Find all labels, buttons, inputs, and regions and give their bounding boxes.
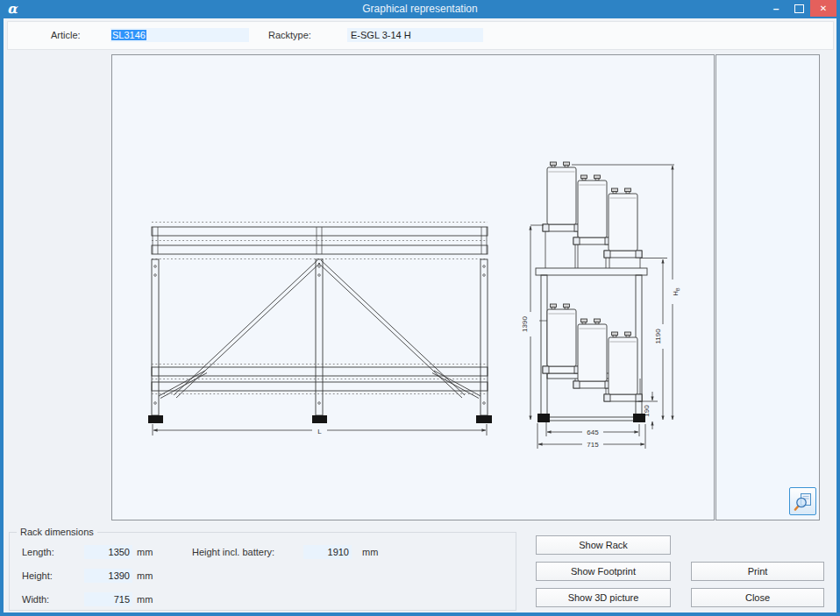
dim-height-upper: 1190 [654,329,662,344]
dim-width-inner: 645 [587,428,599,436]
article-label: Article: [51,30,81,40]
window-border-left [0,18,4,616]
window-border-right [836,18,840,616]
window-controls: – ✕ [765,0,836,18]
maximize-button[interactable] [787,0,810,17]
battery-upper-1 [543,162,580,231]
side-view: 1390 HB 1190 190 645 715 [521,162,680,449]
height-label: Height: [22,570,53,581]
show-footprint-button[interactable]: Show Footprint [536,562,671,581]
rack-dimensions-group: Rack dimensions Length: 1350 mm Height: … [9,532,516,611]
length-field[interactable]: 1350 [84,545,132,559]
magnifier-page-icon [794,492,812,511]
battery-upper-3 [604,188,642,258]
height-incl-battery-unit: mm [362,547,378,557]
battery-lower-2 [573,319,611,388]
racktype-label: Racktype: [268,30,311,40]
drawing-canvas: L [111,54,715,520]
window-border-bottom [0,612,840,616]
dim-height-incl-battery-label: HB [672,287,680,296]
battery-lower-3 [604,332,642,401]
battery-upper-2 [573,175,611,244]
title-bar: α Graphical representation – ✕ [0,0,840,18]
show-rack-button[interactable]: Show Rack [536,535,671,555]
battery-lower-1 [543,304,580,373]
width-unit: mm [137,594,153,605]
minimize-button[interactable]: – [765,0,787,17]
width-label: Width: [22,594,49,605]
racktype-field[interactable]: E-SGL 3-14 H [347,28,483,42]
zoom-preview-button[interactable] [789,487,816,515]
rack-drawing: L [112,55,714,520]
close-button[interactable]: ✕ [810,0,836,17]
print-button[interactable]: Print [691,562,824,581]
height-incl-battery-field[interactable]: 1910 [303,545,352,559]
length-label: Length: [22,547,54,557]
dim-width-outer: 715 [587,441,599,449]
side-panel [715,54,820,520]
show-3d-picture-button[interactable]: Show 3D picture [536,588,671,607]
header-strip: Article: SL3146 Racktype: E-SGL 3-14 H [7,21,834,50]
length-unit: mm [137,547,153,557]
maximize-icon [794,4,804,13]
rack-dimensions-group-label: Rack dimensions [17,527,97,537]
graphical-representation-window: α Graphical representation – ✕ Article: … [0,0,840,616]
width-field[interactable]: 715 [84,592,132,606]
height-incl-battery-label: Height incl. battery: [192,547,274,557]
height-field[interactable]: 1390 [84,569,132,583]
height-unit: mm [137,570,153,581]
close-dialog-button[interactable]: Close [691,588,824,607]
window-title: Graphical representation [0,0,840,18]
article-input[interactable]: SL3146 [110,28,249,42]
dim-length-label: L [317,428,322,435]
dim-height-total: 1390 [521,316,529,332]
front-view: L [148,223,492,436]
article-value-selected: SL3146 [111,30,146,40]
